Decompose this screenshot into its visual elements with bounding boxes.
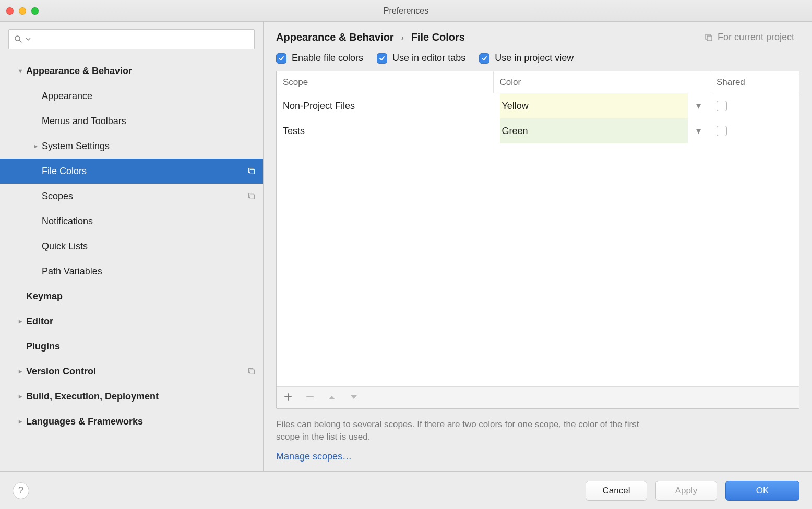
chevron-right-icon: ▸: [15, 318, 26, 325]
sidebar-item[interactable]: Plugins: [0, 334, 263, 359]
sidebar-item-label: Languages & Frameworks: [26, 416, 257, 427]
sidebar-item-label: Editor: [26, 316, 257, 327]
sidebar-item[interactable]: Menus and Toolbars: [0, 108, 263, 134]
main-area: ▾Appearance & BehaviorAppearanceMenus an…: [0, 22, 812, 471]
table-body: Non-Project FilesYellow▾TestsGreen▾: [277, 93, 799, 386]
sidebar-item[interactable]: Keymap: [0, 284, 263, 309]
checkmark-icon: [276, 53, 286, 64]
scope-label: Non-Project Files: [283, 101, 355, 112]
breadcrumb-separator: ›: [401, 33, 404, 42]
svg-rect-7: [250, 370, 254, 374]
use-in-editor-tabs-checkbox[interactable]: Use in editor tabs: [377, 53, 465, 64]
color-label: Yellow: [502, 101, 529, 112]
sidebar-item-label: Scopes: [42, 191, 243, 202]
content-panel: Appearance & Behavior › File Colors For …: [264, 22, 812, 471]
checkmark-icon: [479, 53, 489, 64]
sidebar-item[interactable]: ▸Build, Execution, Deployment: [0, 384, 263, 409]
sidebar: ▾Appearance & BehaviorAppearanceMenus an…: [0, 22, 264, 471]
chevron-down-icon: ▾: [15, 67, 26, 75]
sidebar-item[interactable]: Path Variables: [0, 259, 263, 284]
scope-cell[interactable]: Non-Project Files: [277, 93, 494, 118]
window-controls: [6, 7, 39, 15]
manage-scopes-link[interactable]: Manage scopes…: [276, 451, 799, 462]
minus-icon: [306, 393, 314, 401]
help-button[interactable]: ?: [13, 482, 29, 499]
enable-file-colors-checkbox[interactable]: Enable file colors: [276, 53, 363, 64]
column-header-scope[interactable]: Scope: [277, 71, 494, 93]
breadcrumb: Appearance & Behavior › File Colors For …: [276, 31, 799, 43]
close-window-button[interactable]: [6, 7, 14, 15]
use-in-project-view-label: Use in project view: [495, 53, 574, 64]
sidebar-item-label: Quick Lists: [42, 241, 257, 252]
sidebar-item-label: Build, Execution, Deployment: [26, 391, 257, 402]
copy-icon: [704, 33, 713, 42]
checkmark-icon: [377, 53, 387, 64]
sidebar-item-label: Plugins: [26, 341, 257, 352]
sidebar-item-label: Version Control: [26, 366, 243, 377]
arrow-down-icon: [350, 394, 358, 401]
sidebar-item[interactable]: Appearance: [0, 83, 263, 108]
sidebar-item-label: Keymap: [26, 291, 257, 302]
table-row[interactable]: TestsGreen▾: [277, 118, 799, 143]
move-down-button[interactable]: [350, 393, 358, 402]
table-header: Scope Color Shared: [277, 71, 799, 93]
search-input[interactable]: [34, 35, 249, 44]
search-field[interactable]: [8, 29, 255, 49]
shared-cell[interactable]: [710, 118, 799, 143]
table-row[interactable]: Non-Project FilesYellow▾: [277, 93, 799, 118]
sidebar-item[interactable]: Notifications: [0, 209, 263, 234]
shared-cell[interactable]: [710, 93, 799, 118]
chevron-right-icon: ▸: [15, 418, 26, 425]
cancel-button[interactable]: Cancel: [586, 481, 647, 501]
zoom-window-button[interactable]: [31, 7, 39, 15]
color-label: Green: [502, 126, 528, 137]
color-swatch: Yellow: [500, 93, 688, 118]
sidebar-item-label: Appearance & Behavior: [26, 66, 257, 77]
sidebar-item-label: System Settings: [42, 141, 257, 152]
search-wrap: [0, 29, 263, 55]
titlebar: Preferences: [0, 0, 812, 22]
scope-label: Tests: [283, 126, 305, 137]
shared-checkbox[interactable]: [717, 126, 727, 136]
sidebar-item-label: File Colors: [42, 166, 243, 177]
scope-cell[interactable]: Tests: [277, 118, 494, 143]
column-header-shared[interactable]: Shared: [710, 71, 799, 93]
color-cell[interactable]: Yellow▾: [494, 93, 711, 118]
project-badge-icon: [246, 166, 257, 176]
enable-file-colors-label: Enable file colors: [292, 53, 363, 64]
move-up-button[interactable]: [328, 393, 336, 402]
remove-button[interactable]: [306, 393, 314, 403]
footer: ? Cancel Apply OK: [0, 471, 812, 509]
sidebar-item[interactable]: File Colors: [0, 159, 263, 184]
chevron-right-icon: ▸: [15, 368, 26, 375]
page-title: File Colors: [411, 31, 465, 43]
options-row: Enable file colors Use in editor tabs Us…: [276, 53, 799, 64]
sidebar-item[interactable]: ▸Editor: [0, 309, 263, 334]
sidebar-item[interactable]: ▸Languages & Frameworks: [0, 409, 263, 434]
shared-checkbox[interactable]: [717, 101, 727, 111]
table-toolbar: [277, 386, 799, 408]
arrow-up-icon: [328, 394, 336, 401]
question-icon: ?: [18, 485, 23, 496]
sidebar-item-label: Appearance: [42, 91, 257, 102]
use-in-project-view-checkbox[interactable]: Use in project view: [479, 53, 574, 64]
color-cell[interactable]: Green▾: [494, 118, 711, 143]
settings-tree: ▾Appearance & BehaviorAppearanceMenus an…: [0, 55, 263, 471]
sidebar-item[interactable]: Scopes: [0, 184, 263, 209]
file-colors-table: Scope Color Shared Non-Project FilesYell…: [276, 71, 799, 409]
project-scope-tag: For current project: [704, 32, 799, 43]
sidebar-item[interactable]: ▸System Settings: [0, 134, 263, 159]
apply-button[interactable]: Apply: [655, 481, 717, 501]
svg-rect-5: [250, 195, 254, 199]
sidebar-item[interactable]: ▾Appearance & Behavior: [0, 58, 263, 83]
sidebar-item[interactable]: Quick Lists: [0, 234, 263, 259]
svg-rect-3: [250, 169, 254, 174]
minimize-window-button[interactable]: [19, 7, 26, 15]
add-button[interactable]: [284, 393, 292, 403]
ok-button[interactable]: OK: [725, 481, 799, 501]
column-header-color[interactable]: Color: [494, 71, 711, 93]
chevron-right-icon: ▸: [30, 142, 42, 150]
chevron-down-icon: [26, 37, 31, 42]
sidebar-item[interactable]: ▸Version Control: [0, 359, 263, 384]
chevron-right-icon: ▸: [15, 393, 26, 400]
